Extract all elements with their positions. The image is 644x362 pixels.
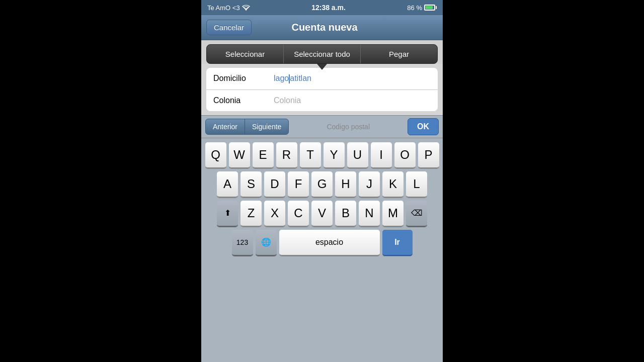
keyboard-row-2: A S D F G H J K L [203,171,441,198]
key-k[interactable]: K [382,171,404,198]
key-f[interactable]: F [288,171,309,198]
key-h[interactable]: H [335,171,356,198]
keyboard-toolbar: Anterior Siguiente Codigo postal OK [201,115,443,138]
ok-button[interactable]: OK [408,118,439,135]
status-left: Te AmO <3 [207,4,250,12]
battery-percent: 86 % [407,4,422,12]
key-j[interactable]: J [359,171,380,198]
key-t[interactable]: T [300,142,321,168]
backspace-key[interactable]: ⌫ [406,201,427,227]
key-v[interactable]: V [311,201,333,227]
select-all-button[interactable]: Seleccionar todo [284,45,361,63]
domicilio-row[interactable]: Domicilio lagoatitlan [206,68,438,90]
select-button[interactable]: Seleccionar [207,45,284,63]
key-o[interactable]: O [394,142,416,168]
shift-key[interactable]: ⬆ [217,201,238,227]
globe-key[interactable]: 🌐 [256,230,277,256]
key-c[interactable]: C [288,201,309,227]
keyboard-row-1: Q W E R T Y U I O P [203,142,441,168]
colonia-row[interactable]: Colonia Colonia [206,90,438,111]
status-carrier: Te AmO <3 [207,4,240,12]
key-u[interactable]: U [347,142,368,168]
key-y[interactable]: Y [324,142,345,168]
domicilio-label: Domicilio [213,74,274,83]
keyboard-row-3: ⬆ Z X C V B N M ⌫ [203,201,441,227]
key-q[interactable]: Q [205,142,226,168]
key-d[interactable]: D [264,171,285,198]
key-g[interactable]: G [311,171,333,198]
keyboard-row-4: 123 🌐 espacio Ir [203,230,441,256]
toolbar-nav: Anterior Siguiente [205,119,289,135]
cancel-button[interactable]: Cancelar [206,20,252,35]
nav-title: Cuenta nueva [252,22,397,33]
colonia-label: Colonia [213,96,274,105]
paste-button[interactable]: Pegar [361,45,437,63]
domicilio-value[interactable]: lagoatitlan [274,74,431,83]
key-a[interactable]: A [217,171,238,198]
codigo-postal-hint: Codigo postal [289,123,408,131]
domicilio-text-after: atitlan [290,74,311,82]
anterior-button[interactable]: Anterior [206,119,245,134]
key-x[interactable]: X [264,201,285,227]
key-l[interactable]: L [406,171,427,198]
status-bar: Te AmO <3 12:38 a.m. 86 % [201,0,443,15]
context-menu: Seleccionar Seleccionar todo Pegar [206,44,438,64]
context-menu-container: Seleccionar Seleccionar todo Pegar [201,40,443,64]
status-right: 86 % [407,4,437,12]
go-key[interactable]: Ir [382,230,413,256]
battery-icon [424,5,437,11]
key-s[interactable]: S [240,171,262,198]
space-key[interactable]: espacio [279,230,380,256]
keyboard: Q W E R T Y U I O P A S D F G H J K L ⬆ … [201,138,443,362]
domicilio-text-before: lago [274,74,289,82]
status-time: 12:38 a.m. [311,4,346,12]
svg-point-0 [246,10,247,11]
form-area: Domicilio lagoatitlan Colonia Colonia [201,64,443,115]
siguiente-button[interactable]: Siguiente [245,119,288,134]
key-p[interactable]: P [418,142,439,168]
colonia-placeholder: Colonia [274,96,431,105]
key-m[interactable]: M [382,201,404,227]
num-key[interactable]: 123 [232,230,253,256]
key-e[interactable]: E [253,142,274,168]
key-b[interactable]: B [335,201,356,227]
key-i[interactable]: I [371,142,392,168]
context-menu-arrow [317,64,327,70]
key-w[interactable]: W [229,142,250,168]
key-n[interactable]: N [359,201,380,227]
nav-bar: Cancelar Cuenta nueva [201,15,443,40]
key-z[interactable]: Z [240,201,262,227]
wifi-icon [242,5,250,11]
key-r[interactable]: R [276,142,297,168]
